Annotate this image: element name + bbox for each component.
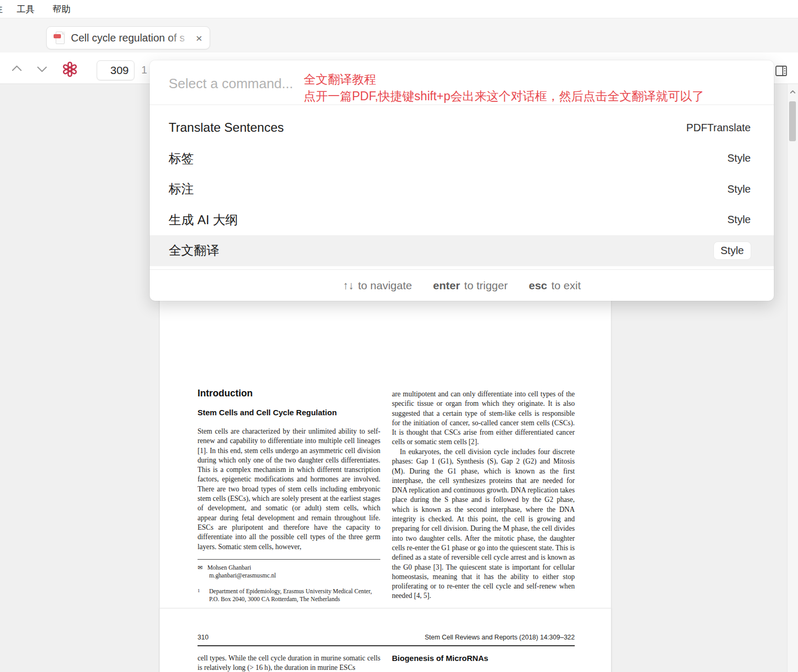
command-item-annotations[interactable]: 标注 Style — [150, 174, 774, 205]
command-label: 标签 — [169, 150, 194, 167]
scroll-up-icon[interactable] — [789, 88, 796, 98]
command-palette-header: 全文翻译教程 点开一篇PDF,快捷键shift+p会出来这个对话框，然后点击全文… — [150, 60, 774, 105]
command-source-badge: Style — [714, 242, 751, 259]
hint-exit: escto exit — [528, 279, 581, 292]
command-label: 生成 AI 大纲 — [169, 212, 238, 228]
command-source: Style — [728, 152, 751, 164]
hint-trigger: enterto trigger — [433, 279, 507, 292]
command-source: PDFTranslate — [686, 122, 751, 134]
paper-section-heading: Introduction — [198, 388, 380, 399]
page2-left-paragraph: cell types. While the cell cycle duratio… — [198, 654, 380, 672]
command-palette-dialog: 全文翻译教程 点开一篇PDF,快捷键shift+p会出来这个对话框，然后点击全文… — [150, 60, 774, 301]
scrollbar-thumb[interactable] — [789, 101, 796, 141]
command-source: Style — [728, 183, 751, 195]
pdf-document-icon — [54, 31, 65, 45]
command-label: Translate Sentences — [169, 120, 284, 135]
menu-item-partial[interactable]: 往 — [0, 3, 5, 15]
hint-navigate: ↑↓to navigate — [343, 279, 412, 292]
close-icon[interactable]: × — [195, 33, 203, 44]
author-name: Mohsen Ghanbari — [208, 564, 251, 571]
app-window: 往 工具 帮助 Cell cycle regulation of s × — [0, 0, 798, 672]
tab-bar: Cell cycle regulation of s × — [0, 18, 798, 52]
annotation-line-1: 全文翻译教程 — [304, 71, 704, 88]
command-list: Translate Sentences PDFTranslate 标签 Styl… — [150, 105, 774, 266]
command-source: Style — [728, 214, 751, 226]
pdf-page-1: Introduction Stem Cells and Cell Cycle R… — [159, 242, 612, 672]
journal-reference: Stem Cell Reviews and Reports (2018) 14:… — [392, 634, 575, 641]
command-label: 标注 — [169, 181, 194, 197]
sidebar-panel-icon — [774, 64, 788, 78]
page-number-header: 310 — [198, 634, 209, 641]
menu-item-tools[interactable]: 工具 — [11, 1, 41, 17]
page-number-input[interactable] — [97, 60, 134, 80]
command-item-full-text-translate[interactable]: 全文翻译 Style — [150, 235, 774, 266]
command-item-tags[interactable]: 标签 Style — [150, 143, 774, 174]
paper-right-paragraph-2: In eukaryotes, the cell division cycle i… — [392, 447, 575, 601]
menu-item-help[interactable]: 帮助 — [46, 1, 77, 17]
paper-left-paragraph: Stem cells are characterized by their un… — [198, 427, 380, 552]
envelope-icon: ✉ — [198, 564, 203, 571]
chevron-down-icon — [35, 62, 49, 76]
command-item-translate-sentences[interactable]: Translate Sentences PDFTranslate — [150, 112, 774, 143]
page2-right-heading: Biogenesis of MicroRNAs — [392, 654, 575, 663]
paper-subsection-heading: Stem Cells and Cell Cycle Regulation — [198, 408, 380, 417]
chevron-up-icon — [10, 62, 24, 76]
paper-right-paragraph-1: are multipotent and can only differentia… — [392, 390, 575, 447]
footnote-rule — [198, 559, 380, 560]
command-search-input[interactable] — [169, 73, 295, 94]
menu-bar: 往 工具 帮助 — [0, 0, 798, 18]
command-item-ai-outline[interactable]: 生成 AI 大纲 Style — [150, 205, 774, 236]
affiliation-1: 1 Department of Epidemiology, Erasmus Un… — [198, 588, 380, 604]
chatgpt-button[interactable] — [61, 61, 78, 78]
previous-page-button[interactable] — [9, 62, 25, 76]
vertical-scrollbar[interactable] — [787, 84, 798, 672]
tutorial-annotation: 全文翻译教程 点开一篇PDF,快捷键shift+p会出来这个对话框，然后点击全文… — [304, 71, 704, 104]
annotation-line-2: 点开一篇PDF,快捷键shift+p会出来这个对话框，然后点击全文翻译就可以了 — [304, 88, 704, 104]
header-rule — [198, 645, 575, 646]
command-label: 全文翻译 — [169, 242, 219, 259]
command-palette-footer: ↑↓to navigate enterto trigger escto exit — [150, 269, 774, 301]
page-total-label: 1 — [141, 64, 147, 76]
document-tab[interactable]: Cell cycle regulation of s × — [46, 26, 210, 49]
author-email: m.ghanbari@erasmusmc.nl — [209, 572, 380, 580]
pdf-page-2: 310 Stem Cell Reviews and Reports (2018)… — [159, 608, 612, 672]
corresponding-author-block: ✉ Mohsen Ghanbari m.ghanbari@erasmusmc.n… — [198, 564, 380, 580]
next-page-button[interactable] — [34, 62, 50, 76]
sidebar-toggle-button[interactable] — [773, 63, 789, 79]
chatgpt-logo-icon — [62, 61, 78, 77]
tab-title: Cell cycle regulation of s — [71, 32, 192, 44]
